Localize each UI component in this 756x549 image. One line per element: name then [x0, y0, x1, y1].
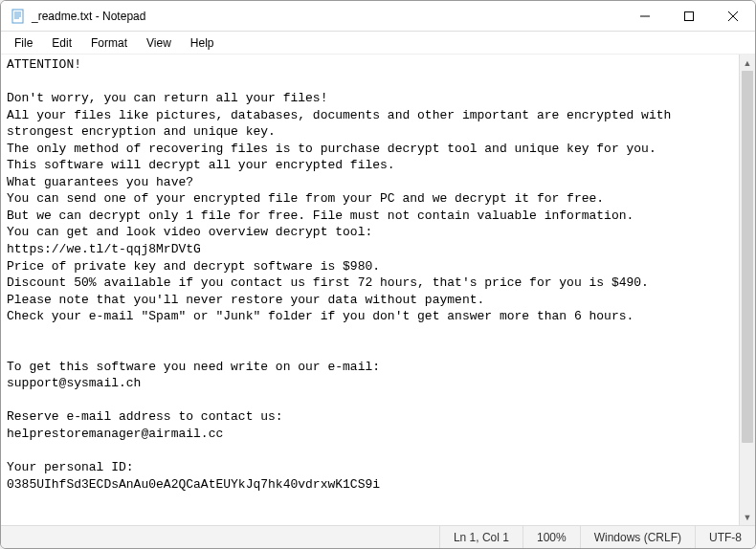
- window-title: _readme.txt - Notepad: [32, 10, 623, 23]
- content-area: ATTENTION! Don't worry, you can return a…: [1, 55, 755, 525]
- window-controls: [623, 1, 755, 31]
- text-editor[interactable]: ATTENTION! Don't worry, you can return a…: [1, 55, 739, 525]
- menu-format[interactable]: Format: [81, 33, 137, 53]
- maximize-button[interactable]: [667, 1, 711, 31]
- scroll-thumb[interactable]: [742, 71, 753, 443]
- close-button[interactable]: [711, 1, 755, 31]
- statusbar: Ln 1, Col 1 100% Windows (CRLF) UTF-8: [1, 525, 755, 548]
- status-zoom: 100%: [523, 526, 580, 548]
- titlebar: _readme.txt - Notepad: [1, 1, 755, 32]
- vertical-scrollbar[interactable]: ▲ ▼: [739, 55, 755, 525]
- status-line-ending: Windows (CRLF): [580, 526, 695, 548]
- status-position: Ln 1, Col 1: [439, 526, 523, 548]
- notepad-window: _readme.txt - Notepad File Edit Format V…: [0, 0, 756, 549]
- minimize-button[interactable]: [623, 1, 667, 31]
- scroll-down-arrow-icon[interactable]: ▼: [740, 509, 755, 525]
- scroll-up-arrow-icon[interactable]: ▲: [740, 55, 755, 71]
- menu-edit[interactable]: Edit: [42, 33, 81, 53]
- menu-help[interactable]: Help: [181, 33, 224, 53]
- menubar: File Edit Format View Help: [1, 32, 755, 55]
- svg-rect-6: [685, 11, 694, 20]
- menu-view[interactable]: View: [137, 33, 181, 53]
- status-encoding: UTF-8: [695, 526, 755, 548]
- notepad-icon: [11, 9, 26, 24]
- menu-file[interactable]: File: [5, 33, 42, 53]
- scroll-track[interactable]: [740, 71, 755, 509]
